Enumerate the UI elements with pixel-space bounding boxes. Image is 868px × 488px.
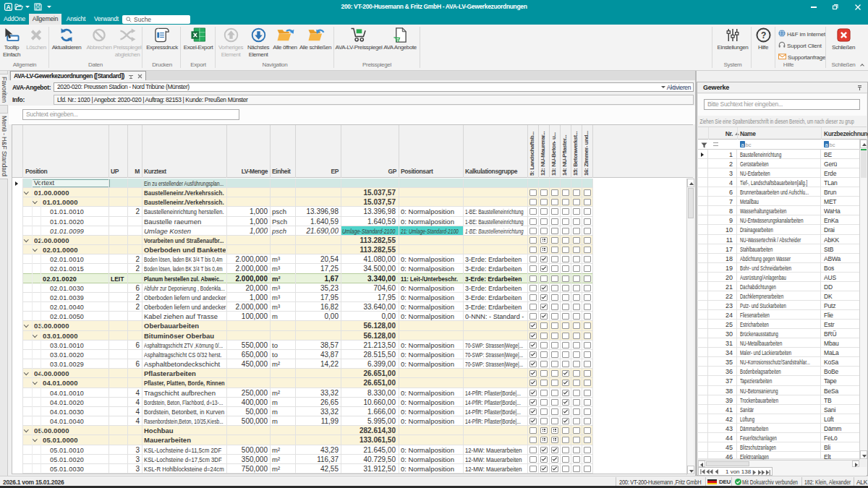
svg-text:bc: bc (830, 142, 835, 148)
svg-text:?: ? (761, 30, 766, 40)
svg-text:bc: bc (746, 142, 752, 148)
